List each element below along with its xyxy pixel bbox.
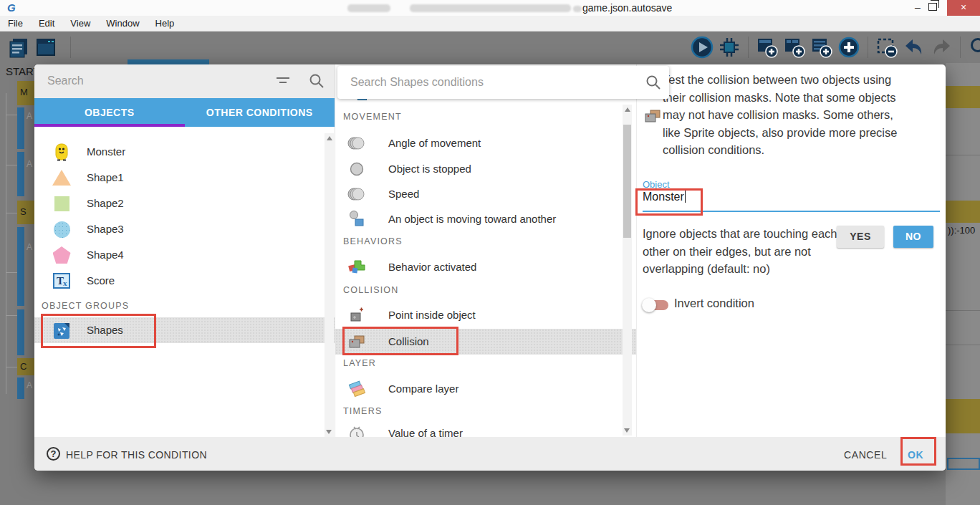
event-condition-block: [17, 152, 24, 196]
event-row-fragment: [946, 63, 980, 86]
redacted-title-block: [347, 4, 390, 12]
event-comment-row: C: [17, 358, 34, 375]
object-label: Shape2: [87, 197, 124, 209]
gdevelop-logo-icon: G: [7, 1, 20, 14]
menu-view[interactable]: View: [62, 18, 98, 29]
section-header-movement: MOVEMENT: [343, 112, 402, 122]
menu-window[interactable]: Window: [98, 18, 147, 29]
window-title: game.json.autosave: [582, 2, 672, 14]
event-condition-block: [17, 309, 24, 355]
close-button[interactable]: ×: [947, 0, 980, 16]
object-row-shape1[interactable]: Shape1: [34, 165, 335, 191]
condition-label: Value of a timer: [388, 427, 463, 437]
event-row-separator: [946, 155, 980, 155]
toggle-knob: [642, 298, 656, 312]
compare-layer-icon: [347, 380, 367, 398]
object-stopped-icon: [347, 160, 367, 178]
add-event-icon[interactable]: [756, 36, 779, 59]
scene-list-icon[interactable]: [7, 36, 30, 59]
help-link[interactable]: HELP FOR THIS CONDITION: [66, 449, 207, 461]
scroll-down-arrow[interactable]: [624, 428, 630, 433]
scrollbar-thumb[interactable]: [623, 125, 631, 238]
condition-label: Compare layer: [388, 383, 458, 395]
title-bar: G game.json.autosave – ×: [0, 0, 980, 16]
invert-condition-toggle[interactable]: [644, 300, 668, 310]
timer-icon: [347, 424, 367, 437]
event-row-separator: [946, 345, 980, 345]
event-row-fragment: [946, 223, 980, 399]
search-icon[interactable]: [968, 36, 980, 59]
condition-row-speed[interactable]: Speed: [335, 181, 636, 207]
monster-icon: [51, 142, 72, 162]
add-comment-icon[interactable]: [810, 36, 833, 59]
object-row-shape3[interactable]: Shape3: [34, 216, 335, 242]
condition-label: Behavior activated: [388, 261, 476, 273]
annotation-box-object-field: [635, 188, 703, 216]
object-row-monster[interactable]: Monster: [34, 139, 335, 165]
menu-bar: File Edit View Window Help: [0, 16, 980, 32]
no-button[interactable]: NO: [893, 226, 933, 248]
object-groups-header: OBJECT GROUPS: [42, 301, 129, 311]
event-tree-tick: [6, 315, 17, 316]
event-tree-tick: [6, 367, 17, 367]
scroll-up-arrow[interactable]: [327, 136, 332, 140]
condition-row-object-is-stopped[interactable]: Object is stopped: [335, 156, 636, 182]
restore-button[interactable]: [928, 3, 937, 11]
annotation-box-ok-button: [900, 437, 936, 466]
yes-button[interactable]: YES: [837, 226, 884, 248]
search-icon[interactable]: [645, 74, 661, 90]
condition-row-point-inside-object[interactable]: Point inside object: [335, 302, 636, 328]
scroll-down-arrow[interactable]: [326, 430, 332, 434]
event-tree-tick: [6, 272, 17, 273]
condition-label: An object is moving toward another: [388, 213, 556, 225]
condition-row-angle-of-movement[interactable]: Angle of movement: [335, 130, 636, 156]
invert-condition-label: Invert condition: [674, 297, 754, 310]
object-row-shape4[interactable]: Shape4: [34, 242, 335, 268]
section-header-timers: TIMERS: [343, 406, 382, 416]
play-icon[interactable]: [691, 36, 714, 59]
filter-icon[interactable]: [275, 75, 291, 87]
search-icon[interactable]: [309, 73, 325, 89]
condition-row-behavior-activated[interactable]: Behavior activated: [335, 254, 636, 280]
object-row-score[interactable]: Tx Score: [34, 268, 335, 294]
scroll-up-arrow[interactable]: [625, 107, 630, 112]
condition-label: Angle of movement: [388, 137, 481, 149]
triangle-icon: [51, 168, 72, 188]
event-text-fragment: A: [27, 380, 32, 390]
menu-help[interactable]: Help: [148, 18, 183, 29]
condition-row-moving-toward[interactable]: An object is moving toward another: [335, 206, 636, 232]
cancel-button[interactable]: CANCEL: [844, 449, 887, 461]
event-row-separator: [946, 310, 980, 311]
help-icon[interactable]: ?: [47, 447, 60, 461]
menu-edit[interactable]: Edit: [31, 18, 62, 29]
tab-objects[interactable]: OBJECTS: [34, 98, 185, 127]
objects-search-input[interactable]: [47, 72, 255, 90]
delete-selection-icon[interactable]: [875, 36, 898, 59]
object-label: Shape4: [87, 249, 124, 261]
dialog-footer: ? HELP FOR THIS CONDITION CANCEL OK: [34, 437, 946, 471]
conditions-search-input[interactable]: [350, 73, 608, 92]
annotation-box-collision: [342, 327, 458, 355]
minimize-button[interactable]: –: [908, 0, 927, 16]
add-circle-icon[interactable]: [837, 36, 860, 59]
debug-icon[interactable]: [718, 36, 741, 59]
preview-window-icon[interactable]: [34, 36, 57, 59]
conditions-list-scrollbar[interactable]: [623, 105, 632, 436]
condition-row-value-of-timer[interactable]: Value of a timer: [335, 420, 636, 437]
add-subevent-icon[interactable]: [783, 36, 806, 59]
event-condition-block: [17, 227, 24, 306]
redacted-title-block: [573, 6, 582, 12]
condition-row-compare-layer[interactable]: Compare layer: [335, 376, 636, 402]
panel-divider: [636, 64, 637, 437]
object-label: Shape3: [87, 223, 124, 235]
redo-icon[interactable]: [930, 36, 953, 59]
tab-other-conditions[interactable]: OTHER CONDITIONS: [185, 98, 335, 127]
event-tree-tick: [6, 115, 17, 115]
object-row-shape2[interactable]: Shape2: [34, 191, 335, 216]
undo-icon[interactable]: [903, 36, 926, 59]
event-tree-tick: [6, 165, 17, 165]
objects-list-scrollbar[interactable]: [325, 133, 334, 437]
main-toolbar: [0, 32, 980, 63]
menu-file[interactable]: File: [0, 18, 31, 29]
section-header-layer: LAYER: [343, 358, 376, 368]
